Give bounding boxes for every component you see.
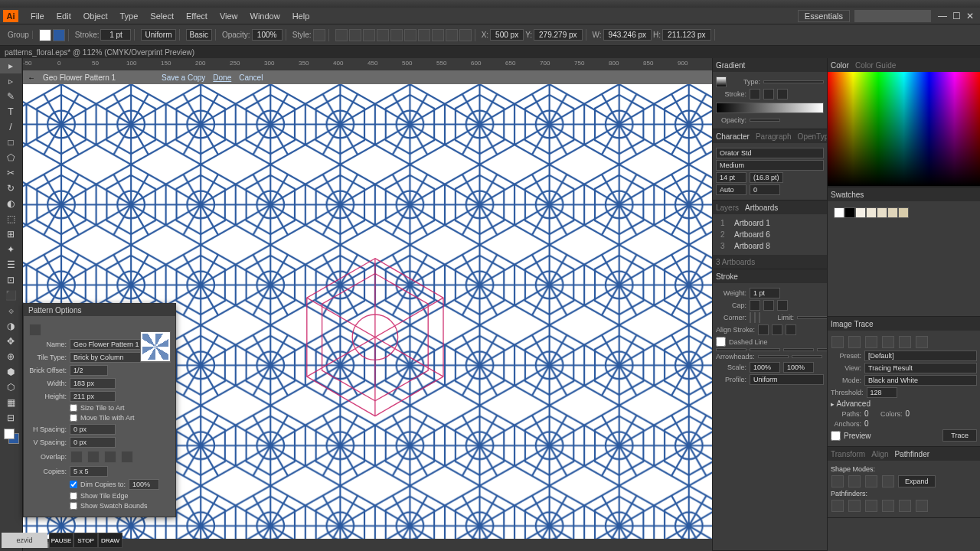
image-trace-tab[interactable]: Image Trace (831, 320, 874, 328)
cancel-link[interactable]: Cancel (239, 73, 263, 82)
type-tool[interactable]: T (0, 104, 21, 119)
search-input[interactable] (854, 10, 931, 22)
overlap-btn-2[interactable] (87, 451, 100, 463)
gradient-tool[interactable]: ⬛ (0, 288, 21, 303)
stroke-profile-select[interactable]: Uniform (141, 29, 175, 41)
pattern-tile-tool-icon[interactable] (29, 324, 41, 336)
artboard-row[interactable]: 3Artboard 8 (716, 240, 824, 252)
menu-edit[interactable]: Edit (51, 11, 77, 21)
back-icon[interactable]: ← (28, 73, 35, 82)
perspective-tool[interactable]: ☰ (0, 257, 21, 272)
menu-view[interactable]: View (214, 11, 244, 21)
artboards-tab[interactable]: Artboards (745, 204, 778, 212)
exclude-button[interactable] (882, 475, 894, 487)
fill-stroke-swatch[interactable] (4, 429, 19, 444)
maximize-button[interactable]: ☐ (949, 11, 963, 21)
artboard-row[interactable]: 1Artboard 1 (716, 217, 824, 229)
rotate-tool[interactable]: ↻ (0, 181, 21, 196)
kerning-field[interactable]: Auto (716, 184, 746, 195)
stroke-weight-field[interactable]: 1 pt (100, 29, 131, 41)
copies-select[interactable]: 5 x 5 (70, 466, 108, 477)
menu-help[interactable]: Help (286, 11, 316, 21)
pause-button[interactable]: PAUSE (49, 533, 74, 548)
minus-front-button[interactable] (848, 475, 861, 487)
overlap-btn-4[interactable] (121, 451, 133, 463)
layers-tab[interactable]: Layers (716, 204, 739, 212)
advanced-toggle[interactable]: ▸ Advanced (831, 399, 871, 408)
w-field[interactable]: 943.246 px (603, 29, 652, 41)
align-btn-6[interactable] (404, 29, 416, 41)
align-btn-10[interactable] (459, 29, 472, 41)
menu-select[interactable]: Select (144, 11, 180, 21)
mesh-tool[interactable]: ⊡ (0, 272, 21, 288)
menu-file[interactable]: File (24, 11, 51, 21)
trace-threshold-field[interactable]: 128 (867, 387, 897, 398)
trace-preset-select[interactable]: [Default] (864, 350, 977, 361)
swatch-item[interactable] (844, 207, 855, 218)
y-field[interactable]: 279.279 px (534, 29, 583, 41)
overlap-btn-3[interactable] (104, 451, 116, 463)
tile-height-field[interactable]: 211 px (70, 391, 116, 402)
eyedropper-tool[interactable]: ⟐ (0, 303, 21, 318)
size-to-art-checkbox[interactable] (70, 404, 77, 412)
align-btn-4[interactable] (377, 29, 389, 41)
x-field[interactable]: 500 px (490, 29, 524, 41)
stop-button[interactable]: STOP (74, 533, 98, 548)
font-weight-select[interactable]: Medium (716, 160, 824, 171)
brush-select[interactable]: Basic (186, 29, 212, 41)
zoom-tool[interactable]: ⊟ (0, 410, 21, 425)
gradient-swatch-icon[interactable] (716, 77, 727, 87)
dim-copies-checkbox[interactable] (70, 481, 77, 488)
overlap-btn-1[interactable] (70, 451, 83, 463)
dashed-line-checkbox[interactable] (716, 337, 726, 347)
artboard-tool[interactable]: ⬢ (0, 364, 21, 380)
unite-button[interactable] (831, 475, 844, 487)
workspace-switcher[interactable]: Essentials (798, 10, 850, 22)
align-btn-3[interactable] (363, 29, 375, 41)
align-btn-1[interactable] (335, 29, 348, 41)
expand-button[interactable]: Expand (898, 475, 936, 487)
color-spectrum[interactable] (828, 72, 980, 187)
draw-button[interactable]: DRAW (98, 533, 122, 548)
move-with-art-checkbox[interactable] (70, 414, 77, 422)
free-transform-tool[interactable]: ⊞ (0, 227, 21, 242)
tracking-field[interactable]: 0 (750, 184, 780, 195)
swatch-item[interactable] (898, 207, 909, 218)
swatches-tab[interactable]: Swatches (831, 191, 864, 199)
menu-effect[interactable]: Effect (180, 11, 214, 21)
font-size-field[interactable]: 14 pt (716, 172, 746, 183)
rectangle-tool[interactable]: □ (0, 135, 21, 150)
show-swatch-bounds-checkbox[interactable] (70, 502, 77, 510)
color-guide-tab[interactable]: Color Guide (855, 61, 896, 70)
gradient-tab[interactable]: Gradient (716, 61, 745, 70)
scissors-tool[interactable]: ✂ (0, 165, 21, 181)
stroke-weight-field[interactable]: 1 pt (750, 288, 780, 298)
paintbrush-tool[interactable]: ⬠ (0, 150, 21, 165)
done-link[interactable]: Done (213, 73, 231, 82)
character-tab[interactable]: Character (716, 132, 750, 141)
style-swatch[interactable] (313, 29, 325, 41)
arrow-scale-1[interactable]: 100% (750, 362, 780, 373)
tile-width-field[interactable]: 183 px (70, 378, 116, 389)
dim-copies-field[interactable]: 100% (129, 479, 159, 490)
close-button[interactable]: ✕ (963, 11, 977, 21)
graph-tool[interactable]: ⊕ (0, 349, 21, 364)
pathfinder-tab[interactable]: Pathfinder (894, 450, 929, 458)
trace-mode-select[interactable]: Black and White (864, 375, 977, 386)
trace-view-select[interactable]: Tracing Result (864, 363, 977, 373)
align-btn-8[interactable] (432, 29, 444, 41)
leading-field[interactable]: (16.8 pt) (750, 172, 783, 183)
preview-checkbox[interactable] (831, 431, 841, 441)
line-tool[interactable]: / (0, 119, 21, 135)
width-tool[interactable]: ⬚ (0, 211, 21, 227)
stroke-swatch[interactable] (53, 29, 65, 41)
swatch-item[interactable] (855, 207, 866, 218)
direct-selection-tool[interactable]: ▹ (0, 73, 21, 89)
swatch-item[interactable] (834, 207, 844, 218)
paragraph-tab[interactable]: Paragraph (756, 132, 792, 141)
hand-tool[interactable]: ▦ (0, 395, 21, 410)
show-tile-edge-checkbox[interactable] (70, 492, 77, 500)
slice-tool[interactable]: ⬡ (0, 380, 21, 395)
color-tab[interactable]: Color (831, 61, 849, 70)
font-family-select[interactable]: Orator Std (716, 148, 824, 158)
